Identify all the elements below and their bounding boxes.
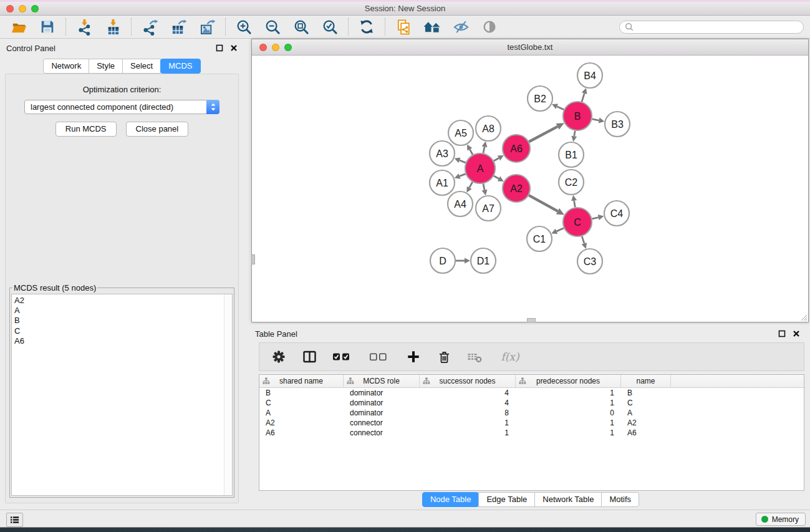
table-cell[interactable]: A2 <box>259 418 344 428</box>
column-header-successor-nodes[interactable]: successor nodes <box>420 375 516 387</box>
graph-node-A[interactable]: A <box>465 153 495 183</box>
graph-node-A5[interactable]: A5 <box>448 120 473 145</box>
tab-edge-table[interactable]: Edge Table <box>478 492 535 507</box>
graph-node-A6[interactable]: A6 <box>503 135 530 162</box>
task-history-button[interactable] <box>6 513 23 527</box>
import-network-icon[interactable] <box>74 17 94 36</box>
memory-button[interactable]: Memory <box>756 513 806 526</box>
clone-network-icon[interactable] <box>393 17 413 36</box>
graph-edge-C-C1[interactable] <box>556 228 564 231</box>
table-cell[interactable]: dominator <box>344 408 420 418</box>
graph-node-B4[interactable]: B4 <box>577 63 602 88</box>
graph-edge-A-A6[interactable] <box>494 158 499 160</box>
table-cell[interactable]: connector <box>344 418 420 428</box>
table-cell[interactable]: B <box>259 388 344 398</box>
table-cell[interactable]: 8 <box>420 408 516 418</box>
graph-edge-A-A5[interactable] <box>470 149 473 155</box>
mcds-result-list[interactable]: A2ABCA6 <box>11 294 233 496</box>
table-cell[interactable]: 4 <box>420 388 516 398</box>
table-cell[interactable]: dominator <box>344 388 420 398</box>
hide-selected-eye-icon[interactable] <box>451 17 471 36</box>
table-cell[interactable]: C <box>621 398 671 408</box>
graph-node-A3[interactable]: A3 <box>430 141 455 166</box>
column-header-predecessor-nodes[interactable]: predecessor nodes <box>516 375 621 387</box>
graph-edge-C-C2[interactable] <box>574 201 576 208</box>
table-cell[interactable]: 1 <box>516 388 621 398</box>
table-cell[interactable]: dominator <box>344 398 420 408</box>
tab-node-table[interactable]: Node Table <box>422 492 480 507</box>
zoom-fit-icon[interactable] <box>291 17 311 36</box>
open-file-icon[interactable] <box>9 17 29 36</box>
graph-edge-A-A7[interactable] <box>483 183 485 190</box>
deselect-all-icon[interactable] <box>368 348 392 365</box>
close-panel-icon[interactable] <box>229 43 239 53</box>
delete-table-icon[interactable] <box>466 348 483 365</box>
table-row[interactable]: Bdominator41B <box>259 388 804 398</box>
graph-node-D1[interactable]: D1 <box>471 248 496 273</box>
graph-edge-A6-B[interactable] <box>529 127 557 142</box>
graph-node-C1[interactable]: C1 <box>527 226 552 251</box>
table-cell[interactable]: C <box>259 398 344 408</box>
table-cell[interactable]: 1 <box>516 398 621 408</box>
graph-node-C4[interactable]: C4 <box>604 201 629 226</box>
graph-node-A1[interactable]: A1 <box>430 170 455 195</box>
table-cell[interactable]: A2 <box>621 418 671 428</box>
splitter-handle-left[interactable] <box>251 254 255 264</box>
refresh-view-icon[interactable] <box>357 17 377 36</box>
mcds-result-item[interactable]: B <box>14 316 232 326</box>
mcds-result-item[interactable]: A6 <box>14 336 232 346</box>
zoom-out-icon[interactable] <box>263 17 282 36</box>
show-graphics-details-eye-icon[interactable] <box>480 17 499 36</box>
zoom-selected-icon[interactable] <box>320 17 340 36</box>
table-cell[interactable]: B <box>621 388 671 398</box>
table-cell[interactable]: A <box>621 408 671 418</box>
table-options-gear-icon[interactable] <box>270 348 287 365</box>
graph-node-C[interactable]: C <box>563 208 592 236</box>
graph-edge-B-B3[interactable] <box>592 119 599 120</box>
table-cell[interactable]: 1 <box>516 418 621 428</box>
table-cell[interactable]: 1 <box>420 418 516 428</box>
graph-node-C2[interactable]: C2 <box>559 170 584 195</box>
tab-style[interactable]: Style <box>89 59 123 74</box>
graph-edge-B-B4[interactable] <box>582 94 584 102</box>
table-row[interactable]: Cdominator41C <box>259 398 804 408</box>
show-columns-icon[interactable] <box>301 348 318 365</box>
export-table-icon[interactable] <box>168 17 188 36</box>
graph-edge-B-B2[interactable] <box>557 107 564 110</box>
graph-node-B3[interactable]: B3 <box>605 112 630 137</box>
graph-node-A2[interactable]: A2 <box>503 175 530 202</box>
splitter-handle-bottom[interactable] <box>527 318 536 322</box>
function-builder-icon[interactable]: f(x) <box>496 348 524 365</box>
graph-edge-B-B1[interactable] <box>574 131 575 137</box>
table-cell[interactable]: 4 <box>420 398 516 408</box>
import-table-icon[interactable] <box>103 17 123 36</box>
table-row[interactable]: A2connector11A2 <box>259 418 804 428</box>
graph-edge-A-A1[interactable] <box>460 174 466 177</box>
tab-network[interactable]: Network <box>43 59 89 74</box>
float-panel-icon[interactable] <box>215 43 224 53</box>
graph-edge-A-A2[interactable] <box>494 176 499 178</box>
table-cell[interactable]: 1 <box>420 428 516 438</box>
graph-edge-C-C3[interactable] <box>582 236 584 244</box>
table-cell[interactable]: A6 <box>259 428 344 438</box>
table-cell[interactable]: 1 <box>516 428 621 438</box>
create-column-plus-icon[interactable] <box>405 348 422 365</box>
graph-edge-A-A8[interactable] <box>483 147 485 153</box>
graph-node-B1[interactable]: B1 <box>559 142 584 167</box>
tab-network-table[interactable]: Network Table <box>534 492 602 507</box>
save-session-icon[interactable] <box>37 17 57 36</box>
column-header-name[interactable]: name <box>621 375 671 387</box>
resize-grip-icon[interactable] <box>799 313 808 321</box>
graph-node-C3[interactable]: C3 <box>577 249 602 274</box>
table-row[interactable]: A6connector11A6 <box>259 428 804 438</box>
mcds-result-item[interactable]: A <box>14 306 232 316</box>
graph-node-A4[interactable]: A4 <box>448 191 473 216</box>
export-network-icon[interactable] <box>140 17 160 36</box>
graph-edge-A-A4[interactable] <box>470 182 473 188</box>
graph-edge-A2-C[interactable] <box>529 195 557 211</box>
optimization-select[interactable]: largest connected component (directed) <box>24 100 219 114</box>
graph-node-B2[interactable]: B2 <box>528 86 552 111</box>
float-panel-icon[interactable] <box>777 329 787 339</box>
table-cell[interactable]: A6 <box>621 428 671 438</box>
graph-node-B[interactable]: B <box>563 102 592 130</box>
